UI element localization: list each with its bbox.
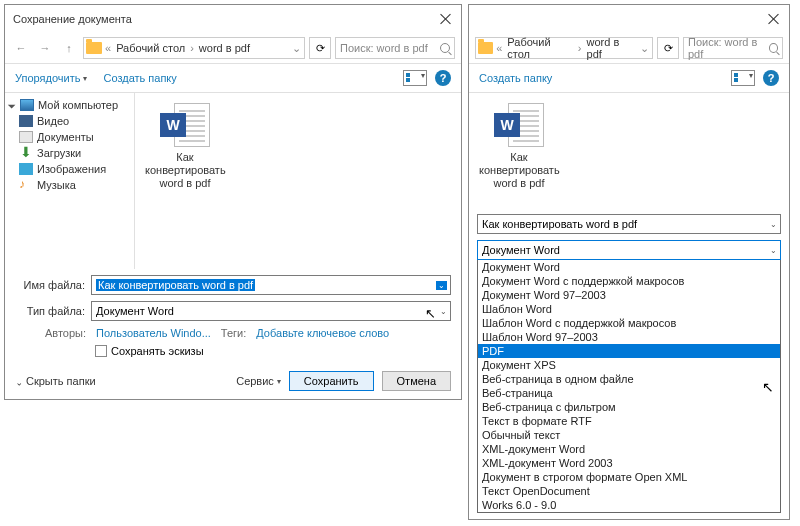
titlebar: Сохранение документа <box>5 5 461 33</box>
search-input[interactable]: Поиск: word в pdf <box>335 37 455 59</box>
view-mode-button[interactable] <box>731 70 755 86</box>
cancel-button[interactable]: Отмена <box>382 371 451 391</box>
tree-video[interactable]: Видео <box>5 113 134 129</box>
tree-my-computer[interactable]: Мой компьютер <box>5 97 134 113</box>
filetype-select[interactable]: Документ Word⌄ <box>91 301 451 321</box>
filetype-option[interactable]: Обычный текст <box>478 428 780 442</box>
tags-label: Теги: <box>221 327 246 339</box>
breadcrumb[interactable]: « Рабочий стол › word в pdf ⌄ <box>475 37 653 59</box>
chevron-down-icon[interactable]: ⌄ <box>770 220 777 229</box>
search-icon <box>440 43 450 53</box>
nav-bar: ← → ↑ « Рабочий стол › word в pdf ⌄ ⟳ По… <box>5 33 461 64</box>
save-form: Имя файла: Как конвертировать word в pdf… <box>5 269 461 363</box>
tree-images[interactable]: Изображения <box>5 161 134 177</box>
hide-folders-toggle[interactable]: Скрыть папки <box>15 375 96 387</box>
search-icon <box>769 43 778 53</box>
tree-music[interactable]: ♪Музыка <box>5 177 134 193</box>
thumbnails-checkbox[interactable] <box>95 345 107 357</box>
refresh-button[interactable]: ⟳ <box>309 37 331 59</box>
view-mode-button[interactable] <box>403 70 427 86</box>
search-placeholder: Поиск: word в pdf <box>688 36 769 60</box>
filetype-option[interactable]: Веб-страница с фильтром <box>478 400 780 414</box>
filetype-option[interactable]: Текст OpenDocument <box>478 484 780 498</box>
refresh-button[interactable]: ⟳ <box>657 37 679 59</box>
file-pane[interactable]: W Как конвертировать word в pdf <box>135 93 461 269</box>
images-icon <box>19 163 33 175</box>
chevron-right-icon: › <box>189 42 195 54</box>
close-icon[interactable] <box>767 12 781 26</box>
filetype-option[interactable]: Works 6.0 - 9.0 <box>478 498 780 512</box>
forward-button: → <box>35 38 55 58</box>
close-icon[interactable] <box>439 12 453 26</box>
search-input[interactable]: Поиск: word в pdf <box>683 37 783 59</box>
nav-bar: « Рабочий стол › word в pdf ⌄ ⟳ Поиск: w… <box>469 33 789 64</box>
new-folder-button[interactable]: Создать папку <box>479 72 552 84</box>
filetype-option[interactable]: Документ Word 97–2003 <box>478 288 780 302</box>
crumb-folder[interactable]: word в pdf <box>585 36 637 60</box>
filetype-option[interactable]: Шаблон Word <box>478 302 780 316</box>
up-button[interactable]: ↑ <box>59 38 79 58</box>
folder-icon <box>86 42 102 54</box>
thumbnails-label: Сохранять эскизы <box>111 345 204 357</box>
filetype-option[interactable]: Документ в строгом формате Open XML <box>478 470 780 484</box>
file-item[interactable]: W Как конвертировать word в pdf <box>479 103 559 191</box>
word-document-icon: W <box>160 103 210 147</box>
filetype-dropdown[interactable]: Документ WordДокумент Word с поддержкой … <box>477 260 781 513</box>
help-icon[interactable]: ? <box>763 70 779 86</box>
filetype-select[interactable]: Документ Word⌄ <box>477 240 781 260</box>
breadcrumb[interactable]: « Рабочий стол › word в pdf ⌄ <box>83 37 305 59</box>
chevron-down-icon[interactable]: ⌄ <box>770 246 777 255</box>
filename-input[interactable]: Как конвертировать word в pdf⌄ <box>477 214 781 234</box>
dialog-body: Мой компьютер Видео Документы ⬇Загрузки … <box>5 93 461 269</box>
chevron-down-icon[interactable]: ⌄ <box>436 281 447 290</box>
tags-value[interactable]: Добавьте ключевое слово <box>256 327 389 339</box>
filename-label: Имя файла: <box>15 279 85 291</box>
file-label: Как конвертировать word в pdf <box>479 151 559 191</box>
filetype-option[interactable]: Шаблон Word 97–2003 <box>478 330 780 344</box>
filetype-option[interactable]: Документ XPS <box>478 358 780 372</box>
filename-input[interactable]: Как конвертировать word в pdf⌄ <box>91 275 451 295</box>
tree-documents[interactable]: Документы <box>5 129 134 145</box>
crumb-desktop[interactable]: Рабочий стол <box>114 42 187 54</box>
save-dialog-left: Сохранение документа ← → ↑ « Рабочий сто… <box>4 4 462 400</box>
filetype-option[interactable]: PDF <box>478 344 780 358</box>
filetype-option[interactable]: XML-документ Word <box>478 442 780 456</box>
filetype-option[interactable]: Документ Word <box>478 260 780 274</box>
chevron-down-icon[interactable]: ⌄ <box>639 42 650 55</box>
toolbar: Создать папку ? <box>469 64 789 93</box>
chevron-right-icon: › <box>577 42 583 54</box>
download-icon: ⬇ <box>19 147 33 159</box>
filetype-option[interactable]: XML-документ Word 2003 <box>478 456 780 470</box>
authors-value[interactable]: Пользователь Windo... <box>96 327 211 339</box>
filetype-option[interactable]: Веб-страница <box>478 386 780 400</box>
chevron-down-icon[interactable]: ⌄ <box>440 307 447 316</box>
service-menu[interactable]: Сервис <box>236 375 281 387</box>
help-icon[interactable]: ? <box>435 70 451 86</box>
organize-menu[interactable]: Упорядочить <box>15 72 87 84</box>
back-button[interactable]: ← <box>11 38 31 58</box>
file-pane[interactable]: W Как конвертировать word в pdf <box>469 93 789 208</box>
save-dialog-right: « Рабочий стол › word в pdf ⌄ ⟳ Поиск: w… <box>468 4 790 520</box>
toolbar: Упорядочить Создать папку ? <box>5 64 461 93</box>
documents-icon <box>19 131 33 143</box>
tree-downloads[interactable]: ⬇Загрузки <box>5 145 134 161</box>
file-item[interactable]: W Как конвертировать word в pdf <box>145 103 225 191</box>
authors-label: Авторы: <box>45 327 86 339</box>
crumb-prefix: « <box>104 42 112 54</box>
folder-icon <box>478 42 493 54</box>
new-folder-button[interactable]: Создать папку <box>103 72 176 84</box>
save-form: Как конвертировать word в pdf⌄ Документ … <box>469 208 789 519</box>
word-document-icon: W <box>494 103 544 147</box>
save-button[interactable]: Сохранить <box>289 371 374 391</box>
dialog-body: W Как конвертировать word в pdf <box>469 93 789 208</box>
chevron-down-icon[interactable]: ⌄ <box>291 42 302 55</box>
filetype-option[interactable]: Веб-страница в одном файле <box>478 372 780 386</box>
video-icon <box>19 115 33 127</box>
filetype-option[interactable]: Текст в формате RTF <box>478 414 780 428</box>
crumb-folder[interactable]: word в pdf <box>197 42 252 54</box>
filetype-option[interactable]: Документ Word с поддержкой макросов <box>478 274 780 288</box>
crumb-desktop[interactable]: Рабочий стол <box>505 36 575 60</box>
footer: Скрыть папки Сервис Сохранить Отмена <box>5 363 461 399</box>
filetype-option[interactable]: Шаблон Word с поддержкой макросов <box>478 316 780 330</box>
window-title: Сохранение документа <box>13 13 439 25</box>
